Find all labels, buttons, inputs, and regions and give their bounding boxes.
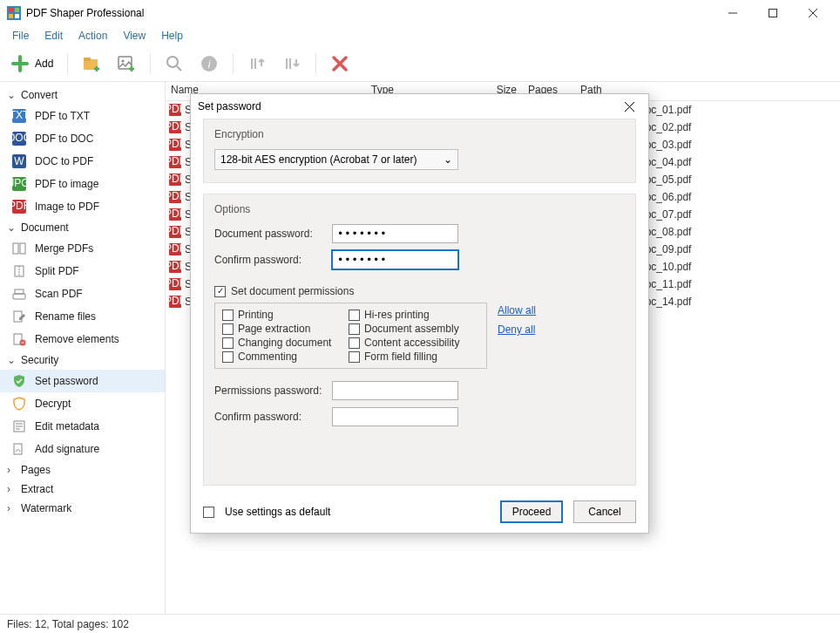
svg-text:JPG: JPG <box>12 177 26 189</box>
menu-file[interactable]: File <box>5 28 36 44</box>
titlebar: PDF Shaper Professional <box>0 0 840 26</box>
svg-text:PDF: PDF <box>169 104 181 115</box>
doc-icon: DOC <box>12 132 26 146</box>
sidebar-item-pdf-to-image[interactable]: JPGPDF to image <box>0 173 165 195</box>
sidebar: ⌄Convert TXTPDF to TXT DOCPDF to DOC WDO… <box>0 82 166 614</box>
x-icon <box>330 54 349 73</box>
window-minimize-button[interactable] <box>713 0 753 26</box>
sidebar-item-remove-elements[interactable]: Remove elements <box>0 328 165 351</box>
plus-icon <box>10 54 30 73</box>
sidebar-item-edit-metadata[interactable]: Edit metadata <box>0 415 165 438</box>
app-title: PDF Shaper Professional <box>26 7 713 19</box>
menu-action[interactable]: Action <box>71 28 114 44</box>
rename-icon <box>12 310 26 323</box>
move-up-button[interactable] <box>242 51 272 77</box>
svg-text:PDF: PDF <box>169 296 181 307</box>
perm-assembly-checkbox[interactable] <box>349 323 360 335</box>
menubar: File Edit Action View Help <box>0 26 840 45</box>
sidebar-section-pages[interactable]: ›Pages <box>0 460 165 480</box>
move-down-button[interactable] <box>277 51 307 77</box>
pdf-file-icon: PDF <box>169 243 181 255</box>
svg-rect-14 <box>254 58 256 69</box>
proceed-button[interactable]: Proceed <box>500 500 563 523</box>
sidebar-item-split[interactable]: Split PDF <box>0 260 165 282</box>
svg-rect-4 <box>15 14 19 18</box>
set-permissions-label: Set document permissions <box>231 285 354 297</box>
confirm-password-input[interactable] <box>332 250 458 269</box>
svg-text:PDF: PDF <box>169 208 181 220</box>
perm-change-checkbox[interactable] <box>222 337 234 349</box>
svg-rect-32 <box>14 311 22 322</box>
chevron-down-icon: ⌄ <box>444 153 452 166</box>
sidebar-item-merge[interactable]: Merge PDFs <box>0 237 165 260</box>
doc-password-input[interactable] <box>332 224 458 243</box>
sidebar-section-document[interactable]: ⌄Document <box>0 218 165 237</box>
svg-rect-36 <box>14 444 22 454</box>
svg-point-10 <box>167 57 178 67</box>
sidebar-item-add-signature[interactable]: Add signature <box>0 438 165 460</box>
sidebar-item-set-password[interactable]: Set password <box>0 370 165 392</box>
svg-text:PDF: PDF <box>169 261 181 272</box>
svg-point-9 <box>122 59 125 62</box>
perm-comment-checkbox[interactable] <box>222 351 234 363</box>
jpg-icon: JPG <box>12 177 26 191</box>
svg-rect-1 <box>9 8 13 12</box>
sidebar-item-pdf-to-doc[interactable]: DOCPDF to DOC <box>0 127 165 150</box>
menu-edit[interactable]: Edit <box>37 28 70 44</box>
pdf-file-icon: PDF <box>169 278 181 290</box>
pdf-file-icon: PDF <box>169 104 181 116</box>
dialog-close-button[interactable] <box>617 94 641 119</box>
set-permissions-checkbox[interactable] <box>214 286 226 297</box>
menu-view[interactable]: View <box>116 28 152 44</box>
allow-all-link[interactable]: Allow all <box>498 304 536 316</box>
remove-button[interactable] <box>325 51 355 77</box>
separator <box>315 53 316 74</box>
split-icon <box>12 264 26 278</box>
dialog-footer: Use settings as default Proceed Cancel <box>191 491 648 533</box>
chevron-down-icon: ⌄ <box>7 354 16 366</box>
chevron-right-icon: › <box>7 464 16 476</box>
perm-password-label: Permissions password: <box>214 385 332 397</box>
svg-rect-3 <box>9 14 13 18</box>
perm-confirm-label: Confirm password: <box>214 411 332 423</box>
sidebar-item-rename[interactable]: Rename files <box>0 305 165 328</box>
svg-text:PDF: PDF <box>169 226 181 237</box>
sidebar-item-decrypt[interactable]: Decrypt <box>0 392 165 415</box>
preview-button[interactable] <box>159 51 189 77</box>
encryption-label: Encryption <box>214 128 625 140</box>
sidebar-item-image-to-pdf[interactable]: PDFImage to PDF <box>0 195 165 218</box>
encryption-select[interactable]: 128-bit AES encryption (Acrobat 7 or lat… <box>214 149 458 170</box>
sidebar-item-doc-to-pdf[interactable]: WDOC to PDF <box>0 150 165 173</box>
info-button[interactable]: i <box>194 51 224 77</box>
sidebar-item-pdf-to-txt[interactable]: TXTPDF to TXT <box>0 105 165 127</box>
svg-text:TXT: TXT <box>12 109 26 121</box>
cancel-button[interactable]: Cancel <box>573 500 636 523</box>
window-close-button[interactable] <box>793 0 833 26</box>
separator <box>67 53 68 74</box>
pdf-file-icon: PDF <box>169 261 181 273</box>
svg-text:DOC: DOC <box>12 132 26 144</box>
svg-text:PDF: PDF <box>169 174 181 185</box>
perm-password-input[interactable] <box>332 381 458 400</box>
separator <box>150 53 151 74</box>
window-maximize-button[interactable] <box>753 0 793 26</box>
sidebar-item-scan[interactable]: Scan PDF <box>0 282 165 305</box>
sidebar-section-watermark[interactable]: ›Watermark <box>0 499 165 518</box>
use-default-checkbox[interactable] <box>203 507 214 518</box>
menu-help[interactable]: Help <box>154 28 190 44</box>
perm-hires-checkbox[interactable] <box>349 310 360 321</box>
sidebar-section-security[interactable]: ⌄Security <box>0 351 165 370</box>
sidebar-section-extract[interactable]: ›Extract <box>0 480 165 499</box>
svg-text:PDF: PDF <box>169 139 181 150</box>
add-folder-button[interactable] <box>77 51 106 77</box>
perm-extract-checkbox[interactable] <box>222 323 234 335</box>
add-button[interactable]: Add <box>5 51 58 77</box>
sidebar-section-convert[interactable]: ⌄Convert <box>0 85 165 105</box>
perm-access-checkbox[interactable] <box>349 337 360 349</box>
pdf-file-icon: PDF <box>169 156 181 168</box>
perm-form-checkbox[interactable] <box>349 351 360 363</box>
perm-confirm-input[interactable] <box>332 407 458 426</box>
add-image-button[interactable] <box>112 51 141 77</box>
perm-printing-checkbox[interactable] <box>222 310 234 321</box>
deny-all-link[interactable]: Deny all <box>498 323 536 336</box>
